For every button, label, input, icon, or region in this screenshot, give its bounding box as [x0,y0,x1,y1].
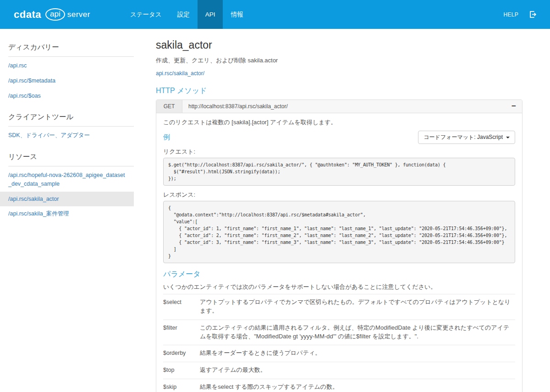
get-collection-panel-header[interactable]: GET http://localhost:8387/api.rsc/sakila… [156,100,522,113]
parameter-row: $orderby 結果をオーダーするときに使うプロパティ。 [163,345,515,362]
parameter-name: $filter [163,320,200,345]
sidebar-item-oas[interactable]: /api.rsc/$oas [0,88,134,104]
sidebar-item-sakila-anken[interactable]: /api.rsc/sakila_案件管理 [0,206,134,221]
nav-item-settings[interactable]: 設定 [170,0,198,29]
nav-item-api[interactable]: API [198,0,223,29]
page-content: ディスカバリー /api.rsc /api.rsc/$metadata /api… [0,29,550,392]
parameter-name: $skip [163,379,200,392]
sidebar: ディスカバリー /api.rsc /api.rsc/$metadata /api… [0,29,134,221]
request-description: このリクエストは複数の [sakila].[actor] アイテムを取得します。 [163,118,515,127]
help-link[interactable]: HELP [503,11,518,18]
parameter-name: $top [163,362,200,379]
parameter-description: 返すアイテムの最大数。 [200,362,515,379]
parameter-name: $orderby [163,345,200,362]
sidebar-item-metadata[interactable]: /api.rsc/$metadata [0,73,134,88]
sidebar-item-api-rsc[interactable]: /api.rsc [0,58,134,73]
response-code-block: { "@odata.context":"http://localhost:838… [163,201,515,263]
resource-subtitle: 作成、更新、クエリ、および削除 sakila.actor [156,56,522,65]
endpoint-url: http://localhost:8387/api.rsc/sakila_act… [182,100,506,113]
parameter-row: $filter このエンティティの結果に適用されるフィルタ。例えば、特定のMod… [163,320,515,345]
endpoint-link[interactable]: api.rsc/sakila_actor/ [156,70,204,77]
nav-item-info[interactable]: 情報 [223,0,251,29]
navbar-right: HELP [503,0,550,29]
sidebar-section-discovery: ディスカバリー [8,40,134,57]
get-collection-panel-body: このリクエストは複数の [sakila].[actor] アイテムを取得します。… [156,113,522,392]
method-badge: GET [156,100,182,113]
parameter-description: 結果をselect する際のスキップするアイテムの数。 [200,379,515,392]
sidebar-section-client-tools: クライアントツール [8,110,134,127]
response-label: レスポンス: [163,191,515,199]
top-navbar: cdata api server ステータス 設定 API 情報 HELP [0,0,550,29]
http-methods-heading: HTTP メソッド [156,86,522,96]
sidebar-item-sakila-actor[interactable]: /api.rsc/sakila_actor [0,192,134,207]
brand-logo[interactable]: cdata api server [0,0,103,29]
parameters-table: $select アウトプットするプロパティでカンマで区切られたもの。デフォルトで… [163,294,515,392]
example-header-row: 例 コードフォーマット: JavaScript [163,131,515,144]
code-format-dropdown[interactable]: コードフォーマット: JavaScript [418,131,515,144]
example-heading: 例 [163,133,170,142]
sidebar-item-hopeful-nova-dataset[interactable]: /api.rsc/hopeful-nova-262608_apigee_data… [0,168,134,192]
sidebar-section-resources: リソース [8,149,134,166]
parameter-row: $skip 結果をselect する際のスキップするアイテムの数。 [163,379,515,392]
parameter-description: 結果をオーダーするときに使うプロパティ。 [200,345,515,362]
logout-icon[interactable] [529,11,537,18]
sidebar-item-sdk-drivers[interactable]: SDK、ドライバー、アダプター [0,128,134,143]
parameter-name: $select [163,294,200,320]
code-format-label: コードフォーマット: JavaScript [424,133,503,141]
parameter-row: $top 返すアイテムの最大数。 [163,362,515,379]
main-nav: ステータス 設定 API 情報 [122,0,251,29]
parameter-description: このエンティティの結果に適用されるフィルタ。例えば、特定のModifiedDat… [200,320,515,345]
caret-down-icon [506,137,510,138]
collapse-icon[interactable]: − [506,100,522,113]
parameters-note: いくつかのエンティティでは次のパラメータをサポートしない場合があることに注意して… [163,283,515,291]
brand-server-text: server [67,10,90,19]
parameter-description: アウトプットするプロパティでカンマで区切られたもの。デフォルトですべてのプロパテ… [200,294,515,320]
get-collection-panel: GET http://localhost:8387/api.rsc/sakila… [156,99,522,392]
nav-item-status[interactable]: ステータス [122,0,170,29]
parameter-row: $select アウトプットするプロパティでカンマで区切られたもの。デフォルトで… [163,294,515,320]
request-code-block: $.get("http://localhost:8387/api.rsc/sak… [163,158,515,186]
brand-cdata-text: cdata [14,9,41,21]
request-label: リクエスト: [163,148,515,156]
parameters-heading: パラメータ [163,270,515,279]
page-title: sakila_actor [156,39,522,51]
brand-api-badge: api [45,8,65,21]
main-area: sakila_actor 作成、更新、クエリ、および削除 sakila.acto… [156,29,522,392]
